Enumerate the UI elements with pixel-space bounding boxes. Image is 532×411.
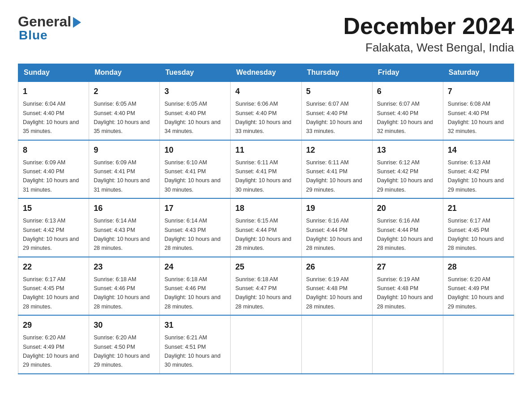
calendar-day-cell: 6 Sunrise: 6:07 AMSunset: 4:40 PMDayligh… [372,81,443,140]
day-number: 22 [23,261,84,273]
calendar-day-cell: 8 Sunrise: 6:09 AMSunset: 4:40 PMDayligh… [18,140,89,199]
day-info: Sunrise: 6:12 AMSunset: 4:42 PMDaylight:… [377,159,433,193]
day-info: Sunrise: 6:07 AMSunset: 4:40 PMDaylight:… [306,101,362,134]
location-subtitle: Falakata, West Bengal, India [343,41,514,55]
col-wednesday: Wednesday [231,64,301,82]
day-info: Sunrise: 6:16 AMSunset: 4:44 PMDaylight:… [377,218,433,251]
day-number: 21 [448,202,509,214]
calendar-day-cell: 2 Sunrise: 6:05 AMSunset: 4:40 PMDayligh… [89,81,160,140]
day-info: Sunrise: 6:08 AMSunset: 4:40 PMDaylight:… [448,101,504,134]
day-info: Sunrise: 6:20 AMSunset: 4:49 PMDaylight:… [23,334,79,368]
calendar-week-3: 15 Sunrise: 6:13 AMSunset: 4:42 PMDaylig… [18,198,514,257]
logo-triangle-icon [72,15,82,30]
day-number: 28 [448,261,509,273]
calendar-day-cell: 28 Sunrise: 6:20 AMSunset: 4:49 PMDaylig… [443,257,514,316]
day-info: Sunrise: 6:11 AMSunset: 4:41 PMDaylight:… [306,159,362,193]
calendar-day-cell: 27 Sunrise: 6:19 AMSunset: 4:48 PMDaylig… [372,257,443,316]
day-info: Sunrise: 6:06 AMSunset: 4:40 PMDaylight:… [235,101,291,134]
calendar-day-cell: 12 Sunrise: 6:11 AMSunset: 4:41 PMDaylig… [301,140,372,199]
calendar-day-cell: 11 Sunrise: 6:11 AMSunset: 4:41 PMDaylig… [231,140,301,199]
day-info: Sunrise: 6:05 AMSunset: 4:40 PMDaylight:… [94,101,150,134]
day-number: 11 [235,144,296,156]
day-info: Sunrise: 6:07 AMSunset: 4:40 PMDaylight:… [377,101,433,134]
day-number: 16 [94,202,155,214]
day-info: Sunrise: 6:20 AMSunset: 4:49 PMDaylight:… [448,276,504,310]
month-year-title: December 2024 [343,13,514,39]
day-number: 3 [164,86,226,98]
calendar-header-row: Sunday Monday Tuesday Wednesday Thursday… [18,64,514,82]
day-number: 1 [23,86,84,98]
calendar-day-cell: 18 Sunrise: 6:15 AMSunset: 4:44 PMDaylig… [231,198,301,257]
day-number: 4 [235,86,296,98]
svg-marker-0 [73,17,81,28]
day-number: 17 [164,202,226,214]
day-info: Sunrise: 6:19 AMSunset: 4:48 PMDaylight:… [306,276,362,310]
day-info: Sunrise: 6:11 AMSunset: 4:41 PMDaylight:… [235,159,291,193]
calendar-day-cell: 29 Sunrise: 6:20 AMSunset: 4:49 PMDaylig… [18,315,89,374]
day-number: 8 [23,144,84,156]
day-info: Sunrise: 6:04 AMSunset: 4:40 PMDaylight:… [23,101,79,134]
col-tuesday: Tuesday [160,64,231,82]
calendar-day-cell: 4 Sunrise: 6:06 AMSunset: 4:40 PMDayligh… [231,81,301,140]
calendar-day-cell: 23 Sunrise: 6:18 AMSunset: 4:46 PMDaylig… [89,257,160,316]
calendar-day-cell: 17 Sunrise: 6:14 AMSunset: 4:43 PMDaylig… [160,198,231,257]
calendar-day-cell: 1 Sunrise: 6:04 AMSunset: 4:40 PMDayligh… [18,81,89,140]
calendar-day-cell: 14 Sunrise: 6:13 AMSunset: 4:42 PMDaylig… [443,140,514,199]
calendar-week-4: 22 Sunrise: 6:17 AMSunset: 4:45 PMDaylig… [18,257,514,316]
day-number: 29 [23,319,84,331]
calendar-week-1: 1 Sunrise: 6:04 AMSunset: 4:40 PMDayligh… [18,81,514,140]
logo-blue-text: Blue [18,28,82,43]
day-info: Sunrise: 6:17 AMSunset: 4:45 PMDaylight:… [448,218,504,251]
day-info: Sunrise: 6:14 AMSunset: 4:43 PMDaylight:… [164,218,220,251]
day-number: 14 [448,144,509,156]
calendar-day-cell: 22 Sunrise: 6:17 AMSunset: 4:45 PMDaylig… [18,257,89,316]
col-friday: Friday [372,64,443,82]
calendar-body: 1 Sunrise: 6:04 AMSunset: 4:40 PMDayligh… [18,81,514,374]
calendar-day-cell: 9 Sunrise: 6:09 AMSunset: 4:41 PMDayligh… [89,140,160,199]
calendar-day-cell: 26 Sunrise: 6:19 AMSunset: 4:48 PMDaylig… [301,257,372,316]
calendar-day-cell: 5 Sunrise: 6:07 AMSunset: 4:40 PMDayligh… [301,81,372,140]
day-info: Sunrise: 6:14 AMSunset: 4:43 PMDaylight:… [94,218,150,251]
day-number: 18 [235,202,296,214]
calendar-day-cell: 16 Sunrise: 6:14 AMSunset: 4:43 PMDaylig… [89,198,160,257]
calendar-week-2: 8 Sunrise: 6:09 AMSunset: 4:40 PMDayligh… [18,140,514,199]
calendar-day-cell: 31 Sunrise: 6:21 AMSunset: 4:51 PMDaylig… [160,315,231,374]
calendar-day-cell: 24 Sunrise: 6:18 AMSunset: 4:46 PMDaylig… [160,257,231,316]
col-thursday: Thursday [301,64,372,82]
day-number: 12 [306,144,368,156]
day-number: 10 [164,144,226,156]
day-info: Sunrise: 6:19 AMSunset: 4:48 PMDaylight:… [377,276,433,310]
day-info: Sunrise: 6:13 AMSunset: 4:42 PMDaylight:… [448,159,504,193]
calendar-day-cell: 3 Sunrise: 6:05 AMSunset: 4:40 PMDayligh… [160,81,231,140]
calendar-day-cell [231,315,301,374]
calendar-week-5: 29 Sunrise: 6:20 AMSunset: 4:49 PMDaylig… [18,315,514,374]
day-number: 7 [448,86,509,98]
logo: General Blue [18,13,82,43]
calendar-day-cell: 7 Sunrise: 6:08 AMSunset: 4:40 PMDayligh… [443,81,514,140]
day-info: Sunrise: 6:09 AMSunset: 4:41 PMDaylight:… [94,159,150,193]
day-number: 9 [94,144,155,156]
day-info: Sunrise: 6:05 AMSunset: 4:40 PMDaylight:… [164,101,220,134]
day-number: 6 [377,86,438,98]
col-monday: Monday [89,64,160,82]
day-number: 25 [235,261,296,273]
calendar-day-cell [301,315,372,374]
calendar-day-cell [372,315,443,374]
calendar-day-cell: 13 Sunrise: 6:12 AMSunset: 4:42 PMDaylig… [372,140,443,199]
day-info: Sunrise: 6:18 AMSunset: 4:46 PMDaylight:… [94,276,150,310]
calendar-day-cell: 30 Sunrise: 6:20 AMSunset: 4:50 PMDaylig… [89,315,160,374]
day-info: Sunrise: 6:09 AMSunset: 4:40 PMDaylight:… [23,159,79,193]
day-number: 26 [306,261,368,273]
day-info: Sunrise: 6:18 AMSunset: 4:47 PMDaylight:… [235,276,291,310]
calendar-day-cell: 20 Sunrise: 6:16 AMSunset: 4:44 PMDaylig… [372,198,443,257]
title-area: December 2024 Falakata, West Bengal, Ind… [343,13,514,55]
calendar-day-cell: 15 Sunrise: 6:13 AMSunset: 4:42 PMDaylig… [18,198,89,257]
day-number: 30 [94,319,155,331]
day-info: Sunrise: 6:13 AMSunset: 4:42 PMDaylight:… [23,218,79,251]
calendar-day-cell [443,315,514,374]
day-info: Sunrise: 6:15 AMSunset: 4:44 PMDaylight:… [235,218,291,251]
day-info: Sunrise: 6:20 AMSunset: 4:50 PMDaylight:… [94,334,150,368]
day-number: 27 [377,261,438,273]
day-number: 24 [164,261,226,273]
day-number: 15 [23,202,84,214]
